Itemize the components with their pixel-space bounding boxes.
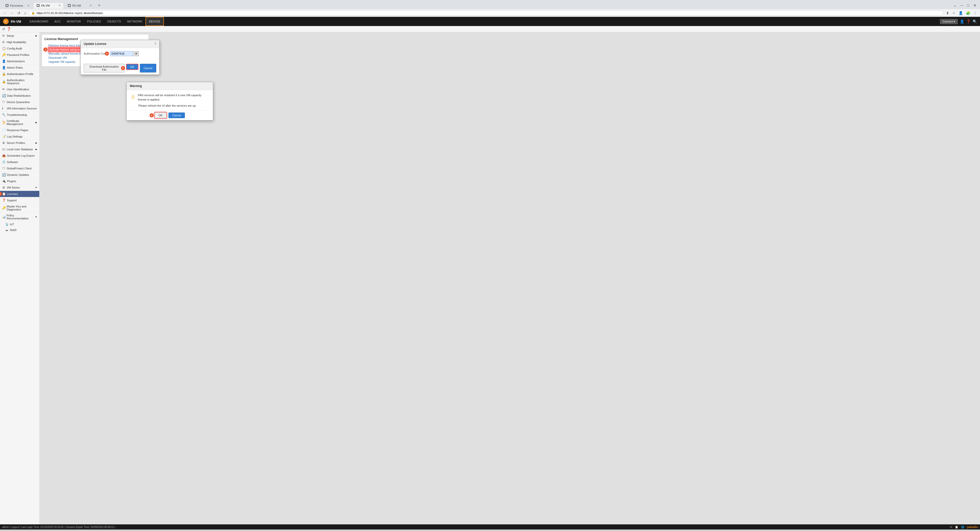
sidebar-item-setup[interactable]: ⚙ Setup ▶: [0, 33, 39, 39]
menu-btn[interactable]: ⋮: [972, 11, 978, 16]
help-icon-btn[interactable]: ❓: [966, 19, 970, 24]
sidebar-item-administrators[interactable]: 👤 Administrators: [0, 58, 39, 65]
update-license-help-icon[interactable]: ?: [154, 42, 156, 46]
warning-ok-button[interactable]: OK: [155, 113, 166, 118]
new-tab-button[interactable]: +: [95, 2, 103, 9]
step2-badge: 2: [0, 192, 2, 196]
sidebar-item-server-profiles[interactable]: 🖥 Server Profiles ▶: [0, 140, 39, 146]
step6-badge: 6: [150, 113, 154, 118]
tab-panorama[interactable]: 🔲 Panorama ✕: [2, 2, 33, 9]
update-license-title: Update License: [84, 42, 107, 46]
toolbar-reload-btn[interactable]: ↺: [2, 27, 5, 31]
search-icon-btn[interactable]: 🔍: [973, 19, 977, 24]
tab-pavm-1-close[interactable]: ✕: [59, 4, 60, 7]
sidebar-item-data-redis[interactable]: 🔄 Data Redistribution: [0, 93, 39, 99]
nav-dashboard[interactable]: DASHBOARD: [26, 17, 51, 26]
sidebar-item-auth-sequence[interactable]: 🔒 Authentication Sequence: [0, 77, 39, 86]
warning-dialog: Warning ⚠ PAN services will be restarted…: [126, 82, 213, 121]
sidebar-item-device-quarantine[interactable]: 🛡 Device Quarantine: [0, 99, 39, 105]
sidebar-item-password-profiles[interactable]: 🔑 Password Profiles: [0, 52, 39, 58]
sidebar-item-user-id[interactable]: 👁 User Identification: [0, 86, 39, 93]
sidebar-item-log-settings[interactable]: 📝 Log Settings: [0, 134, 39, 140]
tab-controls: ⌄ ─ □ ✕: [952, 3, 978, 8]
vmseries-expand-icon: ▼: [35, 186, 37, 189]
userdb-icon: 🗃: [2, 148, 6, 151]
nav-device[interactable]: DEVICE: [145, 17, 164, 26]
warning-cancel-button[interactable]: Cancel: [169, 113, 185, 118]
update-license-dialog: Update License ? Authorization Code: 4 ✕: [80, 40, 159, 75]
sidebar-item-dynamic-updates[interactable]: 🔄 Dynamic Updates: [0, 172, 39, 178]
url-input[interactable]: [37, 11, 941, 14]
sidebar-item-licenses[interactable]: 2 📋 Licenses: [0, 191, 39, 197]
connect-button[interactable]: Connect ▾: [940, 19, 958, 24]
auth-code-clear-btn[interactable]: ✕: [134, 51, 139, 56]
status-bar: admin | Logout | Last Login Time: 01/10/…: [0, 525, 980, 529]
tab-panorama-close[interactable]: ✕: [27, 4, 29, 7]
svg-text:P: P: [5, 21, 6, 23]
download-auth-file-button[interactable]: Download Authorization File: [84, 64, 124, 73]
sidebar-item-cert-mgmt[interactable]: 📜 Certificate Management ▶: [0, 118, 39, 127]
nav-monitor[interactable]: MONITOR: [64, 17, 84, 26]
sidebar-item-response-pages[interactable]: 📄 Response Pages: [0, 127, 39, 134]
warning-dialog-header: Warning: [127, 82, 213, 90]
minimize-button[interactable]: ─: [959, 3, 965, 8]
home-button[interactable]: ⌂: [23, 11, 27, 16]
policy-icon: 📊: [2, 215, 6, 219]
nav-objects[interactable]: OBJECTS: [104, 17, 124, 26]
sidebar-item-admin-roles[interactable]: 👤 Admin Roles: [0, 65, 39, 71]
update-license-ok-button[interactable]: OK: [126, 64, 138, 70]
secondary-toolbar: ↺ ❓: [0, 26, 980, 32]
main-layout: ⚙ Setup ▶ ⚙ High Availability 📋 Config A…: [0, 32, 980, 525]
sidebar-item-support[interactable]: ❓ Support: [0, 197, 39, 203]
sidebar-item-policy-rec[interactable]: 📊 Policy Recommendation ▼: [0, 213, 39, 221]
sidebar-item-config-audit[interactable]: 📋 Config Audit: [0, 45, 39, 52]
ok-btn-wrapper: 5 OK: [126, 64, 138, 73]
auth-code-input[interactable]: [110, 51, 133, 56]
support-icon: ❓: [2, 199, 6, 202]
cert-icon: 📜: [2, 121, 6, 124]
nav-acc[interactable]: ACC: [51, 17, 64, 26]
sidebar-item-software[interactable]: 💿 Software: [0, 159, 39, 165]
sidebar-item-iot[interactable]: 📡 IoT: [0, 221, 39, 227]
sidebar-item-saas[interactable]: ☁ SaaS: [0, 227, 39, 233]
sidebar-item-vm-series[interactable]: 🖥 VM-Series ▼: [0, 184, 39, 191]
bookmark-btn[interactable]: ☆: [951, 11, 956, 16]
dynamic-icon: 🔄: [2, 173, 6, 176]
sidebar-item-auth-profile[interactable]: 🔒 Authentication Profile: [0, 71, 39, 77]
sidebar-item-vm-info[interactable]: ℹ VM Information Sources: [0, 105, 39, 112]
tab-pavm-2-close[interactable]: ✕: [90, 4, 92, 7]
vminfo-icon: ℹ: [2, 107, 6, 110]
maximize-button[interactable]: □: [966, 3, 971, 8]
download-browser-btn[interactable]: ⬇: [945, 11, 950, 16]
tab-pavm-1[interactable]: 🔲 PA-VM ✕: [33, 2, 64, 9]
warning-ok-wrapper: 6 OK: [155, 113, 166, 118]
tab-list-button[interactable]: ⌄: [952, 3, 958, 8]
nav-network[interactable]: NETWORK: [124, 17, 145, 26]
sidebar: ⚙ Setup ▶ ⚙ High Availability 📋 Config A…: [0, 32, 40, 525]
sidebar-item-local-user-db[interactable]: 🗃 Local User Database ▶: [0, 146, 39, 153]
user-icon-btn[interactable]: 👤: [960, 19, 964, 24]
sidebar-item-troubleshooting[interactable]: 🔧 Troubleshooting: [0, 112, 39, 118]
status-text: admin | Logout | Last Login Time: 01/10/…: [2, 526, 115, 528]
warning-message-row: ⚠ PAN services will be restarted if a ne…: [131, 93, 209, 102]
close-button[interactable]: ✕: [972, 3, 978, 8]
sidebar-item-globalprotect[interactable]: 🛡 GlobalProtect Client: [0, 165, 39, 172]
profile-btn[interactable]: 👤: [958, 11, 964, 16]
extension-btn[interactable]: 🧩: [965, 11, 971, 16]
warning-triangle-icon: ⚠: [131, 94, 135, 100]
sidebar-section: ⚙ Setup ▶ ⚙ High Availability 📋 Config A…: [0, 32, 39, 233]
toolbar-help-btn[interactable]: ❓: [6, 27, 11, 31]
update-license-cancel-button[interactable]: Cancel: [140, 64, 156, 73]
forward-button[interactable]: →: [9, 11, 15, 16]
nav-policies[interactable]: POLICIES: [84, 17, 104, 26]
sidebar-item-scheduled-log[interactable]: 📤 Scheduled Log Export: [0, 153, 39, 159]
back-button[interactable]: ←: [2, 11, 8, 16]
task-icon: 📋: [955, 526, 958, 528]
sidebar-item-high-availability[interactable]: ⚙ High Availability: [0, 39, 39, 45]
sidebar-item-plugins[interactable]: 🔌 Plugins: [0, 178, 39, 184]
content-area: License Management Retrieve license keys…: [40, 32, 980, 525]
browser-actions: ⬇ ☆ 👤 🧩 ⋮: [945, 11, 978, 16]
reload-button[interactable]: ↺: [16, 11, 21, 16]
tab-pavm-2[interactable]: 🔲 PA-VM ✕: [64, 2, 95, 9]
sidebar-item-master-key[interactable]: 🔑 Master Key and Diagnostics: [0, 203, 39, 213]
